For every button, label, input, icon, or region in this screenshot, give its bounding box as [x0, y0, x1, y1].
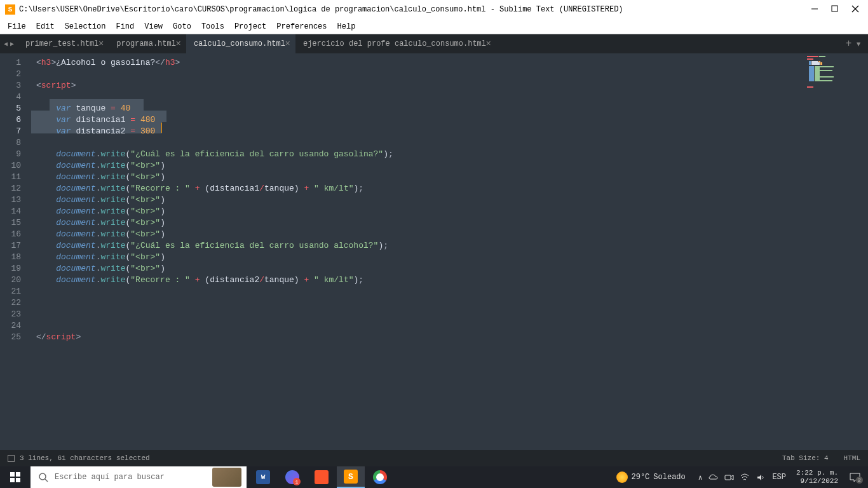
menu-view[interactable]: View	[139, 22, 168, 31]
tab-close-icon[interactable]: ×	[98, 39, 104, 49]
statusbar: 3 lines, 61 characters selected Tab Size…	[0, 450, 868, 466]
panel-toggle-icon[interactable]	[8, 455, 15, 462]
tab-label: ejercicio del profe calculo_consumo.html	[303, 39, 486, 48]
new-tab-button[interactable]: +	[846, 38, 852, 50]
menu-help[interactable]: Help	[332, 22, 361, 31]
system-tray[interactable]: ∧ ESP	[695, 473, 790, 482]
menu-edit[interactable]: Edit	[31, 22, 60, 31]
search-placeholder: Escribe aquí para buscar	[55, 473, 165, 482]
taskbar-word-icon[interactable]: W	[249, 466, 277, 488]
weather-widget[interactable]: 29°C Soleado	[610, 471, 692, 483]
maximize-button[interactable]	[831, 5, 840, 14]
taskbar-clock[interactable]: 2:22 p. m. 9/12/2022	[792, 469, 842, 485]
menu-tools[interactable]: Tools	[196, 22, 229, 31]
tab-programa[interactable]: programa.html×	[109, 34, 186, 53]
menu-find[interactable]: Find	[111, 22, 139, 31]
minimap[interactable]	[804, 53, 868, 450]
tab-menu-icon[interactable]: ▾	[855, 37, 862, 50]
tabbar: ◀ ▶ primer_test.html× programa.html× cal…	[0, 34, 868, 53]
weather-desc: Soleado	[653, 473, 685, 482]
tab-label: primer_test.html	[25, 39, 98, 48]
meet-now-icon[interactable]	[724, 473, 734, 482]
tab-ejercicio[interactable]: ejercicio del profe calculo_consumo.html…	[295, 34, 496, 53]
weather-temp: 29°C	[632, 473, 650, 482]
app-icon: S	[5, 4, 15, 15]
tab-close-icon[interactable]: ×	[285, 39, 290, 49]
menubar: File Edit Selection Find View Goto Tools…	[0, 19, 868, 34]
minimize-button[interactable]	[811, 5, 820, 14]
syntax-status[interactable]: HTML	[844, 454, 860, 462]
taskbar-chrome-icon[interactable]	[366, 466, 394, 488]
tab-close-icon[interactable]: ×	[486, 39, 491, 49]
wifi-icon[interactable]	[740, 473, 750, 482]
line-gutter: 1234567891011121314151617181920212223242…	[0, 53, 31, 450]
tab-nav-back-icon[interactable]: ◀	[4, 40, 8, 48]
svg-line-9	[45, 479, 48, 482]
clock-date: 9/12/2022	[796, 477, 838, 485]
taskbar-sublime-icon[interactable]: S	[337, 466, 365, 488]
close-button[interactable]	[851, 5, 860, 14]
tab-close-icon[interactable]: ×	[176, 39, 181, 49]
sun-icon	[616, 471, 628, 483]
tab-primer-test[interactable]: primer_test.html×	[18, 34, 109, 53]
svg-rect-5	[16, 472, 20, 477]
tab-nav-forward-icon[interactable]: ▶	[10, 40, 14, 48]
code-area[interactable]: <h3>¿Alcohol o gasolina?</h3> <script> v…	[31, 53, 868, 450]
search-icon	[38, 472, 48, 482]
tab-calculo-consumo[interactable]: calculo_consumo.html×	[186, 34, 295, 53]
svg-rect-1	[832, 6, 837, 11]
taskbar-copilot-icon[interactable]: 1	[278, 466, 306, 488]
notifications-button[interactable]: 2	[844, 473, 865, 482]
volume-icon[interactable]	[756, 473, 766, 482]
svg-rect-4	[10, 472, 15, 477]
search-hero-image	[212, 468, 241, 487]
clock-time: 2:22 p. m.	[796, 469, 838, 477]
menu-selection[interactable]: Selection	[60, 22, 111, 31]
svg-rect-10	[725, 475, 731, 480]
svg-point-8	[39, 473, 46, 480]
taskbar-brave-icon[interactable]	[308, 466, 336, 488]
taskbar: Escribe aquí para buscar W 1 S 29°C Sole…	[0, 466, 868, 488]
svg-rect-7	[16, 478, 20, 482]
menu-goto[interactable]: Goto	[168, 22, 196, 31]
menu-project[interactable]: Project	[229, 22, 271, 31]
tab-label: calculo_consumo.html	[194, 39, 285, 48]
text-cursor	[161, 123, 162, 133]
taskbar-search[interactable]: Escribe aquí para buscar	[31, 466, 247, 488]
language-indicator[interactable]: ESP	[772, 473, 786, 482]
tab-size-status[interactable]: Tab Size: 4	[782, 454, 829, 462]
window-title: C:\Users\USER\OneDrive\Escritorio\caro\C…	[19, 5, 811, 14]
onedrive-icon[interactable]	[709, 473, 718, 482]
editor[interactable]: 1234567891011121314151617181920212223242…	[0, 53, 868, 450]
notification-badge: 2	[856, 477, 863, 484]
tab-label: programa.html	[116, 39, 176, 48]
menu-file[interactable]: File	[3, 22, 31, 31]
selection-status: 3 lines, 61 characters selected	[20, 454, 150, 462]
menu-preferences[interactable]: Preferences	[271, 22, 332, 31]
titlebar: S C:\Users\USER\OneDrive\Escritorio\caro…	[0, 0, 868, 19]
tray-chevron-up-icon[interactable]: ∧	[698, 473, 703, 482]
svg-rect-6	[10, 478, 15, 482]
start-button[interactable]	[0, 466, 31, 488]
